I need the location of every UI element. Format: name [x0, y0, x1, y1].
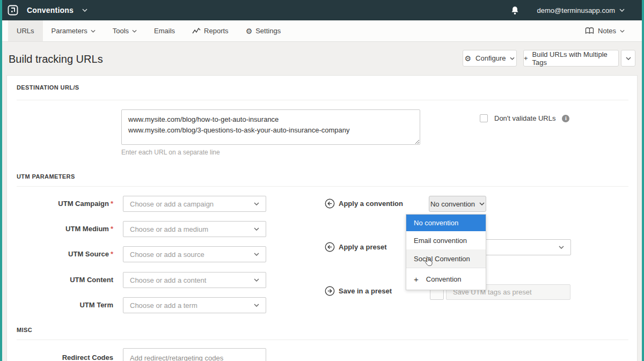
notifications-bell-icon[interactable] [511, 6, 519, 15]
required-asterisk: * [111, 225, 113, 233]
apply-preset-label: Apply a preset [339, 243, 387, 251]
dont-validate-row: Don't validate URLs i [480, 114, 569, 122]
chevron-down-icon [510, 57, 515, 60]
tab-label: Emails [154, 27, 175, 35]
tab-reports[interactable]: Reports [184, 20, 237, 41]
page-header: Build tracking URLs ⚙ Configure + Build … [0, 42, 644, 75]
utm-campaign-label: UTM Campaign* [7, 196, 113, 212]
select-placeholder: Choose or add a term [130, 301, 197, 310]
chevron-down-icon [82, 9, 87, 12]
build-urls-label: Build URLs with Multiple Tags [532, 50, 618, 67]
account-menu[interactable]: demo@terminusapp.com [537, 6, 625, 14]
save-preset-arrow-icon [325, 286, 335, 296]
destination-hint: Enter each URL on a separate line [121, 149, 220, 156]
chevron-down-icon [254, 278, 259, 282]
utm-medium-select[interactable]: Choose or add a medium [123, 221, 266, 237]
chevron-down-icon [132, 30, 137, 33]
utm-source-select[interactable]: Choose or add a source [123, 246, 266, 262]
account-email: demo@terminusapp.com [537, 6, 615, 14]
chevron-down-icon [559, 246, 564, 249]
utm-campaign-select[interactable]: Choose or add a campaign [123, 196, 266, 212]
redirect-codes-label: Redirect Codes [7, 350, 113, 361]
viewport-accent-border-right [642, 0, 644, 361]
tab-label: URLs [17, 27, 34, 35]
apply-convention-arrow-icon [325, 198, 335, 209]
configure-label: Configure [475, 54, 506, 62]
field-label-text: UTM Campaign [58, 200, 109, 208]
utm-source-label: UTM Source* [7, 246, 113, 262]
required-asterisk: * [111, 200, 113, 208]
plus-icon: + [524, 54, 528, 62]
dont-validate-label: Don't validate URLs [494, 114, 555, 122]
convention-selected-value: No convention [430, 200, 475, 208]
top-app-bar: Conventions demo@terminusapp.com [0, 0, 644, 20]
apply-preset-arrow-icon [325, 242, 335, 252]
convention-dropdown-menu: No convention Email convention Social Co… [406, 214, 486, 290]
apply-convention-label: Apply a convention [339, 200, 403, 208]
field-label-text: Redirect Codes [62, 353, 113, 361]
utm-section-title: UTM PARAMETERS [17, 173, 75, 180]
info-icon[interactable]: i [562, 115, 569, 122]
select-placeholder: Choose or add a medium [130, 225, 208, 233]
select-placeholder: Choose or add a source [130, 251, 204, 259]
menu-item-email-convention[interactable]: Email convention [406, 231, 486, 249]
dont-validate-checkbox[interactable] [480, 114, 488, 122]
field-label-text: UTM Medium [65, 225, 109, 233]
notes-menu[interactable]: Notes [585, 20, 625, 41]
plus-icon: + [414, 275, 419, 284]
viewport-accent-border-left [0, 0, 2, 361]
chevron-down-icon [254, 227, 259, 231]
brand-menu-label: Conventions [27, 6, 74, 14]
utm-content-label: UTM Content [7, 272, 113, 288]
section-divider [17, 186, 628, 187]
chevron-down-icon [479, 202, 485, 205]
build-urls-multiple-tags-button[interactable]: + Build URLs with Multiple Tags [523, 50, 619, 67]
select-placeholder: Choose or add a content [130, 276, 206, 284]
book-icon [585, 27, 594, 34]
utm-term-select[interactable]: Choose or add a term [123, 297, 266, 313]
tab-label: Tools [113, 27, 129, 35]
utm-medium-label: UTM Medium* [7, 221, 113, 237]
field-label-text: UTM Term [79, 301, 113, 309]
menu-item-social-convention[interactable]: Social Convention [406, 249, 486, 268]
chevron-down-icon [91, 30, 96, 33]
field-label-text: UTM Content [70, 276, 113, 284]
main-nav: URLs Parameters Tools Emails Reports ⚙ S… [0, 20, 644, 42]
activity-chart-icon [192, 28, 201, 34]
save-preset-label: Save in a preset [339, 287, 392, 295]
redirect-codes-input[interactable] [123, 348, 266, 361]
section-divider [17, 340, 628, 340]
misc-section-title: MISC [17, 327, 32, 333]
chevron-down-icon [254, 304, 259, 307]
convention-select-button[interactable]: No convention [429, 196, 486, 212]
page-title: Build tracking URLs [9, 53, 103, 65]
tab-label: Settings [255, 27, 281, 35]
tab-urls[interactable]: URLs [8, 20, 43, 41]
tab-settings[interactable]: ⚙ Settings [237, 20, 290, 41]
notes-label: Notes [598, 27, 616, 35]
app-logo-icon [8, 5, 18, 16]
menu-item-add-convention[interactable]: + Convention [406, 268, 486, 290]
menu-item-no-convention[interactable]: No convention [406, 215, 486, 231]
select-placeholder: Choose or add a campaign [130, 200, 214, 208]
app-brand-menu[interactable]: Conventions [8, 5, 87, 16]
tab-label: Parameters [52, 27, 87, 35]
tab-emails[interactable]: Emails [145, 20, 184, 41]
destination-section-title: DESTINATION URL/S [17, 84, 79, 91]
build-urls-dropdown-button[interactable] [621, 50, 635, 67]
chevron-down-icon [626, 57, 631, 60]
tab-label: Reports [204, 27, 229, 35]
required-asterisk: * [111, 250, 113, 258]
add-convention-label: Convention [426, 275, 462, 283]
chevron-down-icon [620, 30, 625, 33]
configure-button[interactable]: ⚙ Configure [463, 50, 517, 67]
utm-content-select[interactable]: Choose or add a content [123, 272, 266, 288]
gear-icon: ⚙ [465, 55, 472, 62]
destination-urls-textarea[interactable]: www.mysite.com/blog/how-to-get-auto-insu… [121, 109, 420, 145]
section-divider [17, 100, 628, 100]
chevron-down-icon [619, 9, 625, 12]
tab-parameters[interactable]: Parameters [43, 20, 104, 41]
build-urls-form-panel: DESTINATION URL/S www.mysite.com/blog/ho… [6, 75, 638, 361]
tab-tools[interactable]: Tools [104, 20, 145, 41]
utm-term-label: UTM Term [7, 297, 113, 313]
